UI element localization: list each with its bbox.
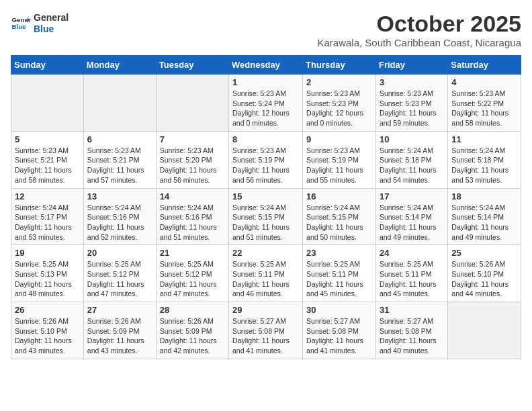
calendar-cell: 23Sunrise: 5:25 AM Sunset: 5:11 PM Dayli…	[303, 245, 376, 302]
day-number: 20	[87, 248, 152, 258]
calendar-cell: 28Sunrise: 5:26 AM Sunset: 5:09 PM Dayli…	[156, 302, 228, 359]
calendar-cell: 20Sunrise: 5:25 AM Sunset: 5:12 PM Dayli…	[83, 245, 156, 302]
day-number: 24	[380, 248, 444, 258]
day-number: 1	[232, 77, 299, 87]
day-number: 28	[160, 305, 225, 315]
day-number: 31	[380, 305, 444, 315]
calendar-cell	[11, 75, 84, 132]
calendar-week-3: 12Sunrise: 5:24 AM Sunset: 5:17 PM Dayli…	[11, 188, 521, 245]
col-header-sunday: Sunday	[11, 56, 84, 75]
day-info: Sunrise: 5:24 AM Sunset: 5:17 PM Dayligh…	[15, 203, 80, 242]
day-info: Sunrise: 5:26 AM Sunset: 5:10 PM Dayligh…	[451, 259, 517, 299]
col-header-wednesday: Wednesday	[229, 56, 303, 75]
calendar-cell: 16Sunrise: 5:24 AM Sunset: 5:15 PM Dayli…	[303, 188, 376, 245]
calendar-cell	[448, 302, 521, 359]
day-info: Sunrise: 5:23 AM Sunset: 5:23 PM Dayligh…	[306, 89, 372, 128]
day-number: 12	[15, 191, 80, 201]
day-info: Sunrise: 5:26 AM Sunset: 5:09 PM Dayligh…	[87, 316, 152, 356]
calendar-cell: 22Sunrise: 5:25 AM Sunset: 5:11 PM Dayli…	[229, 245, 303, 302]
day-info: Sunrise: 5:23 AM Sunset: 5:23 PM Dayligh…	[380, 89, 444, 128]
calendar-cell: 7Sunrise: 5:23 AM Sunset: 5:20 PM Daylig…	[156, 131, 228, 188]
calendar-cell: 10Sunrise: 5:24 AM Sunset: 5:18 PM Dayli…	[375, 131, 447, 188]
day-number: 7	[160, 134, 225, 144]
svg-text:Blue: Blue	[12, 23, 27, 30]
col-header-thursday: Thursday	[303, 56, 376, 75]
calendar-cell: 5Sunrise: 5:23 AM Sunset: 5:21 PM Daylig…	[11, 131, 84, 188]
calendar-cell: 19Sunrise: 5:25 AM Sunset: 5:13 PM Dayli…	[11, 245, 84, 302]
calendar-week-4: 19Sunrise: 5:25 AM Sunset: 5:13 PM Dayli…	[11, 245, 521, 302]
calendar-cell: 29Sunrise: 5:27 AM Sunset: 5:08 PM Dayli…	[229, 302, 303, 359]
day-info: Sunrise: 5:27 AM Sunset: 5:08 PM Dayligh…	[232, 316, 299, 356]
day-info: Sunrise: 5:23 AM Sunset: 5:21 PM Dayligh…	[87, 146, 152, 185]
day-info: Sunrise: 5:24 AM Sunset: 5:18 PM Dayligh…	[451, 146, 517, 185]
day-info: Sunrise: 5:25 AM Sunset: 5:11 PM Dayligh…	[232, 259, 299, 299]
calendar-week-2: 5Sunrise: 5:23 AM Sunset: 5:21 PM Daylig…	[11, 131, 521, 188]
calendar-cell: 1Sunrise: 5:23 AM Sunset: 5:24 PM Daylig…	[229, 75, 303, 132]
day-info: Sunrise: 5:24 AM Sunset: 5:15 PM Dayligh…	[232, 203, 299, 242]
location-title: Karawala, South Caribbean Coast, Nicarag…	[317, 37, 521, 48]
logo: General Blue General Blue	[11, 11, 69, 35]
day-number: 3	[380, 77, 444, 87]
day-number: 18	[451, 191, 517, 201]
day-number: 6	[87, 134, 152, 144]
calendar-cell: 18Sunrise: 5:24 AM Sunset: 5:14 PM Dayli…	[448, 188, 521, 245]
logo-blue: Blue	[34, 24, 69, 35]
day-info: Sunrise: 5:26 AM Sunset: 5:09 PM Dayligh…	[160, 316, 225, 356]
day-number: 15	[232, 191, 299, 201]
day-info: Sunrise: 5:24 AM Sunset: 5:14 PM Dayligh…	[380, 203, 444, 242]
calendar-cell: 12Sunrise: 5:24 AM Sunset: 5:17 PM Dayli…	[11, 188, 84, 245]
calendar-cell	[83, 75, 156, 132]
day-number: 26	[15, 305, 80, 315]
day-info: Sunrise: 5:23 AM Sunset: 5:24 PM Dayligh…	[232, 89, 299, 128]
calendar-header-row: SundayMondayTuesdayWednesdayThursdayFrid…	[11, 56, 521, 75]
day-info: Sunrise: 5:25 AM Sunset: 5:12 PM Dayligh…	[87, 259, 152, 299]
calendar-cell: 31Sunrise: 5:27 AM Sunset: 5:08 PM Dayli…	[375, 302, 447, 359]
day-number: 17	[380, 191, 444, 201]
calendar-cell: 4Sunrise: 5:23 AM Sunset: 5:22 PM Daylig…	[448, 75, 521, 132]
day-number: 25	[451, 248, 517, 258]
day-number: 4	[451, 77, 517, 87]
day-info: Sunrise: 5:24 AM Sunset: 5:15 PM Dayligh…	[306, 203, 372, 242]
calendar-cell: 25Sunrise: 5:26 AM Sunset: 5:10 PM Dayli…	[448, 245, 521, 302]
day-number: 21	[160, 248, 225, 258]
calendar-cell: 30Sunrise: 5:27 AM Sunset: 5:08 PM Dayli…	[303, 302, 376, 359]
day-info: Sunrise: 5:24 AM Sunset: 5:18 PM Dayligh…	[380, 146, 444, 185]
calendar-cell: 27Sunrise: 5:26 AM Sunset: 5:09 PM Dayli…	[83, 302, 156, 359]
calendar: SundayMondayTuesdayWednesdayThursdayFrid…	[11, 55, 521, 359]
day-info: Sunrise: 5:25 AM Sunset: 5:12 PM Dayligh…	[160, 259, 225, 299]
day-info: Sunrise: 5:25 AM Sunset: 5:11 PM Dayligh…	[380, 259, 444, 299]
calendar-cell: 24Sunrise: 5:25 AM Sunset: 5:11 PM Dayli…	[375, 245, 447, 302]
day-number: 29	[232, 305, 299, 315]
day-number: 19	[15, 248, 80, 258]
month-title: October 2025	[317, 11, 521, 37]
calendar-week-1: 1Sunrise: 5:23 AM Sunset: 5:24 PM Daylig…	[11, 75, 521, 132]
calendar-cell: 15Sunrise: 5:24 AM Sunset: 5:15 PM Dayli…	[229, 188, 303, 245]
day-info: Sunrise: 5:24 AM Sunset: 5:14 PM Dayligh…	[451, 203, 517, 242]
calendar-cell: 17Sunrise: 5:24 AM Sunset: 5:14 PM Dayli…	[375, 188, 447, 245]
day-number: 11	[451, 134, 517, 144]
day-number: 23	[306, 248, 372, 258]
title-section: October 2025 Karawala, South Caribbean C…	[317, 11, 521, 48]
calendar-cell: 11Sunrise: 5:24 AM Sunset: 5:18 PM Dayli…	[448, 131, 521, 188]
day-info: Sunrise: 5:25 AM Sunset: 5:13 PM Dayligh…	[15, 259, 80, 299]
col-header-friday: Friday	[375, 56, 447, 75]
day-info: Sunrise: 5:23 AM Sunset: 5:22 PM Dayligh…	[451, 89, 517, 128]
col-header-monday: Monday	[83, 56, 156, 75]
calendar-cell: 3Sunrise: 5:23 AM Sunset: 5:23 PM Daylig…	[375, 75, 447, 132]
day-info: Sunrise: 5:27 AM Sunset: 5:08 PM Dayligh…	[380, 316, 444, 356]
calendar-cell: 13Sunrise: 5:24 AM Sunset: 5:16 PM Dayli…	[83, 188, 156, 245]
day-info: Sunrise: 5:27 AM Sunset: 5:08 PM Dayligh…	[306, 316, 372, 356]
calendar-cell: 21Sunrise: 5:25 AM Sunset: 5:12 PM Dayli…	[156, 245, 228, 302]
calendar-cell	[156, 75, 228, 132]
calendar-cell: 14Sunrise: 5:24 AM Sunset: 5:16 PM Dayli…	[156, 188, 228, 245]
day-info: Sunrise: 5:25 AM Sunset: 5:11 PM Dayligh…	[306, 259, 372, 299]
day-info: Sunrise: 5:26 AM Sunset: 5:10 PM Dayligh…	[15, 316, 80, 356]
logo-icon: General Blue	[11, 13, 31, 33]
calendar-cell: 2Sunrise: 5:23 AM Sunset: 5:23 PM Daylig…	[303, 75, 376, 132]
day-info: Sunrise: 5:24 AM Sunset: 5:16 PM Dayligh…	[87, 203, 152, 242]
day-info: Sunrise: 5:23 AM Sunset: 5:19 PM Dayligh…	[306, 146, 372, 185]
calendar-cell: 9Sunrise: 5:23 AM Sunset: 5:19 PM Daylig…	[303, 131, 376, 188]
header: General Blue General Blue October 2025 K…	[11, 11, 521, 48]
day-info: Sunrise: 5:24 AM Sunset: 5:16 PM Dayligh…	[160, 203, 225, 242]
col-header-tuesday: Tuesday	[156, 56, 228, 75]
